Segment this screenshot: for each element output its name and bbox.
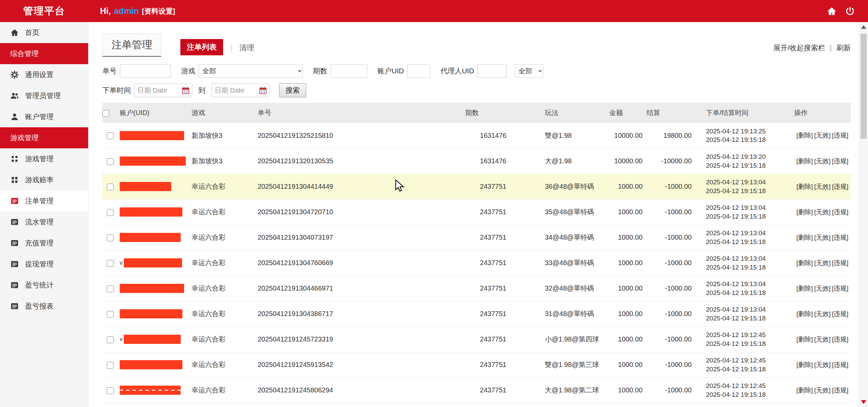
sidebar-item-label: 游戏赔率	[25, 175, 54, 185]
invalid-action[interactable]: [无效]	[814, 361, 831, 368]
power-icon[interactable]	[845, 6, 855, 16]
table-row: 幸运六合彩202504121912459135422437751雙@1.98@第…	[102, 352, 851, 377]
delete-action[interactable]: [删除]	[796, 132, 813, 139]
row-checkbox[interactable]	[107, 285, 114, 292]
calendar-icon[interactable]	[259, 86, 267, 95]
profile-settings-link[interactable]: [资料设置]	[142, 6, 175, 16]
violation-action[interactable]: [违规]	[832, 234, 849, 241]
toggle-search-link[interactable]: 展开/收起搜索栏	[773, 43, 825, 53]
table-row: 新加坡快3202504121913252158101631476雙@1.9810…	[102, 123, 851, 148]
order-no-cell: 20250412191304720710	[255, 199, 465, 225]
row-checkbox[interactable]	[107, 132, 114, 139]
sidebar-item-4[interactable]: 账户管理	[0, 106, 88, 127]
sidebar-item-13[interactable]: 盈亏报表	[0, 296, 88, 317]
amount-cell: 1000.00	[609, 199, 647, 225]
scroll-down-arrow[interactable]	[861, 400, 866, 404]
violation-action[interactable]: [违规]	[832, 132, 849, 139]
select-all-checkbox[interactable]	[102, 110, 109, 117]
order-no-cell: 20250412191245723319	[255, 327, 465, 352]
game-cell: 幸运六合彩	[189, 225, 255, 250]
sidebar-item-12[interactable]: 盈亏统计	[0, 275, 88, 296]
violation-action[interactable]: [违规]	[832, 183, 849, 190]
delete-action[interactable]: [删除]	[796, 361, 813, 368]
date-from-input[interactable]	[135, 84, 181, 96]
invalid-action[interactable]: [无效]	[814, 208, 831, 216]
delete-action[interactable]: [删除]	[796, 158, 813, 165]
violation-action[interactable]: [违规]	[832, 336, 849, 343]
agent-uid-input[interactable]	[477, 64, 507, 78]
row-checkbox[interactable]	[107, 387, 114, 394]
period-input[interactable]	[331, 64, 367, 78]
toolbar-links: 展开/收起搜索栏 | 刷新	[773, 43, 851, 53]
sidebar-item-11[interactable]: 提现管理	[0, 254, 88, 275]
status-select[interactable]: 全部	[515, 64, 543, 78]
invalid-action[interactable]: [无效]	[814, 183, 831, 190]
gear-icon	[10, 70, 19, 79]
sidebar-item-6[interactable]: 游戏管理	[0, 148, 88, 169]
delete-action[interactable]: [删除]	[796, 285, 813, 292]
placed-time: 2025-04-12 19:13:25	[706, 127, 794, 136]
settled-time: 2025-04-12 19:15:18	[706, 289, 794, 297]
invalid-action[interactable]: [无效]	[814, 132, 831, 139]
violation-action[interactable]: [违规]	[832, 208, 849, 216]
row-checkbox[interactable]	[107, 336, 114, 343]
vertical-scrollbar[interactable]	[859, 22, 868, 407]
tab-cleanup[interactable]: 清理	[239, 43, 254, 53]
violation-action[interactable]: [违规]	[832, 158, 849, 165]
violation-action[interactable]: [违规]	[832, 259, 849, 266]
row-checkbox[interactable]	[107, 260, 114, 267]
settled-time: 2025-04-12 19:15:18	[706, 187, 794, 196]
sidebar-item-3[interactable]: 管理员管理	[0, 85, 88, 106]
order-no-cell: 20250412191245806294	[255, 377, 465, 403]
delete-action[interactable]: [删除]	[796, 259, 813, 266]
invalid-action[interactable]: [无效]	[814, 234, 831, 241]
sidebar-item-0[interactable]: 首页	[0, 22, 88, 43]
invalid-action[interactable]: [无效]	[814, 387, 831, 394]
play-cell: 大@1.98	[521, 148, 609, 174]
calendar-icon[interactable]	[181, 86, 190, 95]
settle-cell: -1000.00	[647, 174, 696, 199]
delete-action[interactable]: [删除]	[796, 183, 813, 190]
sidebar-item-10[interactable]: 充值管理	[0, 233, 88, 254]
delete-action[interactable]: [删除]	[796, 336, 813, 343]
violation-action[interactable]: [违规]	[832, 310, 849, 317]
sidebar-item-2[interactable]: 通用设置	[0, 64, 88, 85]
tab-order-list[interactable]: 注单列表	[180, 39, 223, 55]
sidebar-item-8[interactable]: 注单管理	[0, 190, 88, 211]
delete-action[interactable]: [删除]	[796, 208, 813, 216]
amount-cell: 10000.00	[609, 123, 647, 148]
refresh-link[interactable]: 刷新	[836, 43, 851, 53]
delete-action[interactable]: [删除]	[796, 234, 813, 241]
violation-action[interactable]: [违规]	[832, 285, 849, 292]
account-cell	[118, 276, 189, 301]
account-uid-input[interactable]	[407, 64, 430, 78]
scroll-thumb[interactable]	[861, 34, 867, 139]
row-checkbox[interactable]	[107, 362, 114, 369]
invalid-action[interactable]: [无效]	[814, 310, 831, 317]
delete-action[interactable]: [删除]	[796, 387, 813, 394]
invalid-action[interactable]: [无效]	[814, 336, 831, 343]
scroll-up-arrow[interactable]	[861, 25, 866, 29]
date-to-input[interactable]	[212, 84, 259, 96]
violation-action[interactable]: [违规]	[832, 387, 849, 394]
delete-action[interactable]: [删除]	[796, 310, 813, 317]
row-checkbox[interactable]	[107, 184, 114, 190]
account-cell	[118, 225, 189, 250]
sidebar-item-7[interactable]: 游戏赔率	[0, 169, 88, 190]
greeting-prefix: Hi,	[100, 6, 111, 16]
violation-action[interactable]: [违规]	[832, 361, 849, 368]
row-checkbox[interactable]	[107, 158, 114, 165]
invalid-action[interactable]: [无效]	[814, 158, 831, 165]
row-checkbox[interactable]	[107, 209, 114, 216]
row-checkbox[interactable]	[107, 311, 114, 318]
game-select[interactable]: 全部	[199, 64, 303, 78]
invalid-action[interactable]: [无效]	[814, 259, 831, 266]
sidebar-item-9[interactable]: 流水管理	[0, 211, 88, 233]
search-button[interactable]: 搜索	[279, 83, 306, 97]
game-cell: 新加坡快3	[189, 123, 255, 148]
row-checkbox[interactable]	[107, 235, 114, 241]
order-no-input[interactable]	[120, 64, 171, 78]
tab-separator: |	[231, 44, 233, 53]
invalid-action[interactable]: [无效]	[814, 285, 831, 292]
home-icon[interactable]	[827, 6, 837, 16]
